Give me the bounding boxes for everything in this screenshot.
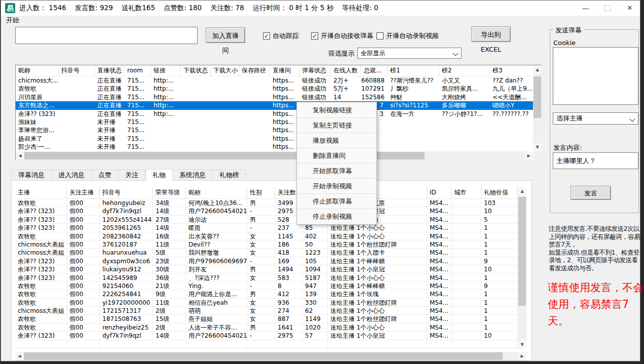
cell: 1: [481, 232, 518, 240]
gift-column-header[interactable]: 性别: [247, 187, 275, 199]
cell: 402: [302, 232, 328, 240]
export-excel-button[interactable]: 导出到EXCEL: [471, 26, 511, 42]
scrollbar-thumb[interactable]: [518, 197, 526, 306]
tab-2[interactable]: 进入消息: [52, 170, 92, 181]
live-column-header[interactable]: 昵称: [16, 65, 59, 76]
context-menu-item[interactable]: 删除直播间: [297, 148, 376, 163]
gift-table-row[interactable]: 余泽?? (323)假0014254598936级、?深边???女5835187…: [15, 274, 518, 282]
context-menu-item[interactable]: 复制视频链接: [297, 103, 376, 117]
tab-1[interactable]: 弹幕消息: [11, 170, 52, 181]
live-column-header[interactable]: 榜1: [388, 65, 439, 76]
live-table-row[interactable]: 川玥星辰正在直播715...http:...https...链接成功141525…: [16, 93, 534, 101]
live-table-row[interactable]: 郭少杰·一...未开播715...https...: [16, 143, 534, 151]
gift-table-row[interactable]: 余泽?? (323)假00dyxspm0w3co623级用户9796060696…: [15, 257, 518, 265]
live-column-header[interactable]: 下载状态: [181, 65, 211, 76]
gift-table-row[interactable]: 农牧歌假0022262548419级用户能遇上你是...男412139送给主播 …: [15, 290, 518, 298]
gift-column-header[interactable]: ID: [427, 187, 451, 199]
cell: 107291: [361, 85, 388, 93]
scroll-down-icon[interactable]: ▼: [518, 340, 526, 349]
cell: [59, 126, 95, 134]
checkbox-1[interactable]: ✓自动跟踪: [263, 32, 299, 40]
context-menu-item[interactable]: 开始录制视频: [297, 179, 376, 193]
live-table-row[interactable]: chicmoss大...正在直播715...http:...https...链接…: [16, 76, 534, 85]
context-menu-item[interactable]: 停止录制视频: [297, 209, 376, 224]
tab-3[interactable]: 点赞: [92, 170, 119, 181]
live-table-row[interactable]: 东方甄选之...正在直播715...http:...https...7si?s?…: [16, 101, 534, 109]
gift-column-header[interactable]: 荣誉等级: [153, 187, 186, 199]
gift-table-row[interactable]: 余泽?? (323)假00dyf7k7in9qzl14级用户7266004540…: [15, 332, 518, 340]
scrollbar-thumb[interactable]: [534, 76, 541, 118]
gift-table-row[interactable]: chicmoss大表姐假0017215713172级萌萌女27462送给主播 1…: [15, 307, 518, 315]
scrollbar-thumb[interactable]: [24, 352, 503, 360]
live-column-header[interactable]: 直播状态: [95, 65, 125, 76]
gift-table-row[interactable]: 余泽?? (323)假00dyf7k7in9qzl14级用户7266004540…: [15, 207, 518, 215]
send-button[interactable]: 发言: [571, 186, 611, 200]
filter-select[interactable]: 全部显示: [357, 48, 462, 59]
gift-vertical-scrollbar[interactable]: ▲ ▼: [518, 187, 526, 349]
context-menu-item[interactable]: 播放视频: [297, 133, 376, 148]
gift-horizontal-scrollbar[interactable]: ◀ ▶: [15, 352, 526, 360]
scroll-up-icon[interactable]: ▲: [533, 65, 542, 74]
room-url-input[interactable]: [15, 27, 198, 44]
gift-column-header[interactable]: 关注主播: [67, 187, 100, 199]
live-column-header[interactable]: 榜2: [439, 65, 490, 76]
gift-table-row[interactable]: 余泽?? (323)假001202x555z4144127级迪尔达男528送给主…: [15, 216, 518, 224]
gift-column-header[interactable]: 抖音号: [100, 187, 153, 199]
live-vertical-scrollbar[interactable]: ▲ ▼: [533, 65, 542, 151]
scroll-up-icon[interactable]: ▲: [518, 187, 526, 195]
live-table-row[interactable]: 渔妹妹未开播715...https...: [16, 118, 534, 126]
gift-table-row[interactable]: 农牧歌假00187150876315级燕子姐姐女8871149送给主播 1个粉丝…: [15, 315, 518, 323]
scroll-right-icon[interactable]: ▶: [524, 151, 533, 160]
live-column-header[interactable]: 链接: [151, 65, 181, 76]
live-column-header[interactable]: 保存路径: [239, 65, 270, 76]
scroll-left-icon[interactable]: ◀: [15, 352, 24, 360]
live-column-header[interactable]: 在线人数: [331, 65, 361, 76]
close-button[interactable]: ✕: [619, 1, 640, 16]
menu-item-start[interactable]: 开始: [3, 16, 22, 25]
tab-4[interactable]: 关注: [119, 170, 145, 181]
tab-6[interactable]: 系统消息: [173, 170, 213, 181]
live-column-header[interactable]: 弹幕状态: [299, 65, 331, 76]
maximize-button[interactable]: [597, 1, 618, 16]
live-table-row[interactable]: 农牧歌正在直播715...http:...https...链接成功5万+1072…: [16, 85, 534, 93]
live-horizontal-scrollbar[interactable]: ◀ ▶: [16, 151, 533, 160]
gift-column-header[interactable]: 城市: [451, 187, 481, 199]
checkbox-2[interactable]: ✓开播自动接收弹幕: [311, 32, 373, 40]
context-menu-item[interactable]: 开始抓取弹幕: [297, 164, 376, 178]
context-menu-item[interactable]: 复制主页链接: [297, 118, 376, 133]
join-room-button[interactable]: 加入直播间: [206, 27, 245, 43]
live-table-row[interactable]: 扬叔来了未开播715...https...: [16, 135, 534, 143]
gift-column-header[interactable]: 昵称: [186, 187, 247, 199]
cookie-textarea[interactable]: [553, 47, 638, 105]
tab-7[interactable]: 礼物榜: [213, 170, 246, 181]
live-column-header[interactable]: 抖音号: [59, 65, 95, 76]
gift-table-row[interactable]: chicmoss大表姐假00huarunxuehua5级我叫胖墩墩女418122…: [15, 249, 518, 257]
gift-column-header[interactable]: 礼物价值: [481, 187, 518, 199]
gift-table-row[interactable]: 农牧歌假00yi1972000000011级相信自己yeah女936330送给主…: [15, 299, 518, 307]
live-column-header[interactable]: 总观...: [361, 65, 388, 76]
gift-table-row[interactable]: 农牧歌假00208236084216级出水芙蓉??女1145402送给主播 1个…: [15, 232, 518, 240]
live-column-header[interactable]: 下载大小: [211, 65, 239, 76]
gift-table-row[interactable]: chicmoss大表姐假0037612018711级Devil??女18650送…: [15, 240, 518, 249]
message-input[interactable]: [553, 152, 638, 169]
scroll-right-icon[interactable]: ▶: [518, 352, 526, 360]
gift-table-row[interactable]: 农牧歌假009215406021级Ying.-8947送给主播 1个棒棒糖MS4…: [15, 282, 518, 290]
scroll-down-icon[interactable]: ▼: [533, 143, 542, 151]
checkbox-3[interactable]: 开播自动录制视频: [376, 32, 439, 40]
live-column-header[interactable]: room: [125, 65, 151, 76]
minimize-button[interactable]: —: [575, 1, 596, 16]
anchor-select[interactable]: 选择主播: [553, 112, 638, 125]
live-column-header[interactable]: 直播间: [270, 65, 299, 76]
gift-table-row[interactable]: [15, 340, 518, 348]
scroll-left-icon[interactable]: ◀: [16, 151, 24, 160]
live-table-row[interactable]: 李琳带您游...未开播715...https...: [16, 126, 534, 134]
gift-table-row[interactable]: 余泽?? (323)假00205396126514级暖雨-23785送给主播 1…: [15, 224, 518, 232]
gift-table-row[interactable]: 农牧歌假00renzheyibeiz252级人这一辈子不容...男1641102…: [15, 323, 518, 332]
live-table-row[interactable]: 余泽?? (323)正在直播715...http:...https...3在海一…: [16, 110, 534, 118]
gift-column-header[interactable]: 主播: [15, 187, 67, 199]
context-menu-item[interactable]: 停止抓取弹幕: [297, 194, 376, 209]
tab-5[interactable]: 礼物: [145, 169, 173, 181]
gift-table-row[interactable]: 农牧歌假00hehongyubeiz34级何鸿(晚上10点36...男3499送…: [15, 199, 518, 207]
gift-table-row[interactable]: 余泽?? (323)假00liukaiyou91230级刘开友男14941094…: [15, 265, 518, 273]
live-column-header[interactable]: 榜3: [490, 65, 534, 76]
